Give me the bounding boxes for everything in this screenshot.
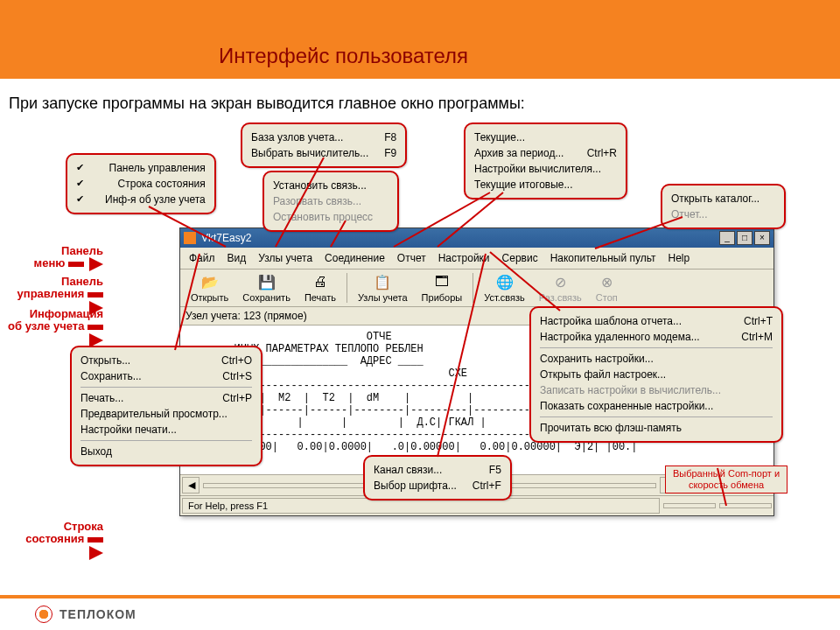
minimize-button[interactable]: _ [719,231,735,245]
brand-logo-icon [35,606,52,623]
side-label-info: Информация об узле учета [7,308,103,347]
callout-connection-menu: Установить связь...Разорвать связь...Ост… [262,171,399,232]
menu-item[interactable]: Предварительный просмотр... [80,406,252,422]
Узлы учета-icon: 📋 [374,273,391,290]
Приборы-icon: 🗔 [433,273,451,290]
page-title: Интерфейс пользователя [219,44,468,68]
menu-item[interactable]: Выход [80,444,252,459]
menu-item[interactable]: Печать...Ctrl+P [80,390,252,406]
menu-item[interactable]: Текущие... [474,130,617,145]
menubar: ФайлВидУзлы учетаСоединениеОтчетНастройк… [180,248,774,270]
menu-настройки[interactable]: Настройки [433,250,495,266]
Открыть-icon: 📂 [201,273,219,290]
menu-item[interactable]: Настройка шаблона отчета...Ctrl+T [540,313,773,329]
tb-Печать[interactable]: 🖨Печать [298,271,343,304]
tb-Стоп: ⊗Стоп [589,271,625,304]
menu-вид[interactable]: Вид [222,250,252,266]
menu-item[interactable]: Настройки вычислителя... [474,161,617,177]
Печать-icon: 🖨 [312,273,329,290]
callout-nodes-menu: База узлов учета...F8Выбрать вычислитель… [241,122,407,168]
info-node: Узел учета: 123 (прямое) [186,310,307,322]
Стоп-icon: ⊗ [598,273,615,290]
app-title: Vkt7Easy2 [201,232,251,244]
menu-item[interactable]: Выбрать вычислитель...F9 [251,145,396,161]
tb-Сохранить[interactable]: 💾Сохранить [235,271,298,304]
menu-item[interactable]: Сохранить...Ctrl+S [80,368,252,384]
menu-item[interactable]: Остановить процесс [273,209,388,225]
menu-item[interactable]: Прочитать всю флэш-память [540,420,773,436]
menu-item[interactable]: Выбор шрифта...Ctrl+F [374,478,501,494]
tb-Открыть[interactable]: 📂Открыть [184,271,235,304]
Уст.связь-icon: 🌐 [496,273,514,290]
menu-help[interactable]: Help [662,250,695,266]
tb-Приборы[interactable]: 🗔Приборы [415,271,470,304]
menu-item[interactable]: Установить связь... [273,178,388,193]
menu-item[interactable]: Показать сохраненные настройки... [540,398,773,414]
callout-file-menu: Открыть...Ctrl+OСохранить...Ctrl+SПечать… [70,346,262,466]
app-icon [184,232,196,244]
menu-отчет[interactable]: Отчет [392,250,431,266]
menu-item[interactable]: Настройки печати... [80,422,252,438]
menu-сервис[interactable]: Сервис [497,250,543,266]
menu-накопительный пульт[interactable]: Накопительный пульт [545,250,662,266]
menu-item[interactable]: Архив за период...Ctrl+R [474,145,617,161]
Сохранить-icon: 💾 [258,273,276,290]
menu-item[interactable]: Открыть...Ctrl+O [80,353,252,368]
footer: ТЕПЛОКОМ [0,595,840,630]
menu-item[interactable]: Записать настройки в вычислитель... [540,382,773,398]
brand-name: ТЕПЛОКОМ [60,607,136,621]
menu-item[interactable]: Открыть файл настроек... [540,367,773,382]
side-label-status: Строка состояния [7,521,103,560]
menu-item[interactable]: Настройка удаленного модема...Ctrl+M [540,329,773,345]
callout-view-menu: Панель управленияСтрока состоянияИнф-я о… [66,153,216,214]
menu-item[interactable]: Строка состояния [76,176,206,192]
menu-соединение[interactable]: Соединение [319,250,390,266]
menu-item[interactable]: Сохранить настройки... [540,351,773,367]
callout-report-menu: Текущие...Архив за период...Ctrl+RНастро… [464,122,627,200]
menu-item[interactable]: База узлов учета...F8 [251,130,396,145]
menu-узлы учета[interactable]: Узлы учета [253,250,318,266]
callout-service-menu: Канал связи...F5Выбор шрифта...Ctrl+F [363,455,512,500]
menu-item[interactable]: Отчет... [671,206,775,222]
menu-файл[interactable]: Файл [184,250,220,266]
tb-Раз.связь: ⊘Раз.связь [532,271,589,304]
intro-text: При запуске программы на экран выводится… [0,79,840,113]
note-comport: Выбранный Com-порт и скорость обмена [665,466,788,494]
toolbar: 📂Открыть💾Сохранить🖨Печать📋Узлы учета🗔При… [180,270,774,307]
side-label-menu: Панель меню [7,245,103,271]
tb-Уст.связь[interactable]: 🌐Уст.связь [477,271,532,304]
Раз.связь-icon: ⊘ [551,273,569,290]
close-button[interactable]: × [754,231,770,245]
menu-item[interactable]: Текущие итоговые... [474,177,617,192]
menu-item[interactable]: Панель управления [76,160,206,176]
menu-item[interactable]: Канал связи...F5 [374,462,501,478]
tb-Узлы учета[interactable]: 📋Узлы учета [351,271,415,304]
menu-item[interactable]: Открыть каталог... [671,191,775,206]
maximize-button[interactable]: □ [737,231,752,245]
callout-settings-menu: Настройка шаблона отчета...Ctrl+TНастрой… [529,306,783,443]
menu-item[interactable]: Инф-я об узле учета [76,192,206,207]
menu-item[interactable]: Разорвать связь... [273,193,388,209]
callout-store-menu: Открыть каталог...Отчет... [661,184,786,229]
